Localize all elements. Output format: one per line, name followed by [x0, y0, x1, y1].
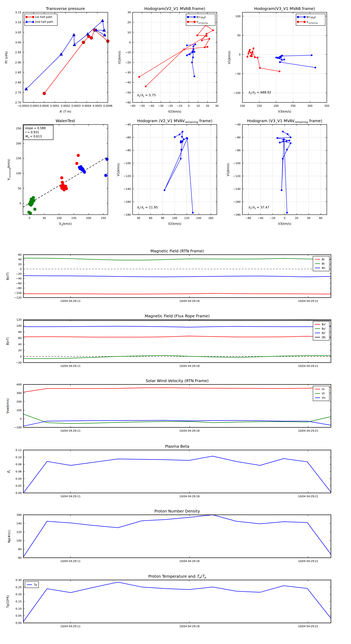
walen-test-fit-line — [23, 157, 108, 207]
transverse-pressure-xtick-label: 0.0000 — [39, 104, 49, 107]
magnetic-field-rtn-axes: 10/04 04:29:1110/04 04:29:1610/04 04:29:… — [14, 253, 331, 302]
proton-number-density-series-Np — [23, 515, 331, 557]
circle-marker — [275, 56, 277, 58]
circle-marker — [191, 62, 193, 63]
hodogram-v2v1-mvab-grid — [133, 12, 217, 102]
magnetic-field-flux-rope-ytick-label: −20 — [16, 361, 22, 364]
circle-marker — [194, 21, 196, 23]
circle-marker — [180, 149, 182, 150]
circle-marker — [253, 48, 255, 49]
walen-test-ytick-label: 150 — [16, 157, 21, 160]
hodogram-v2v1-mvav-annotation: λ1/λ2 ≈ 11.95 — [137, 206, 158, 210]
transverse-pressure-xlabel: A' (T·m) — [60, 110, 71, 114]
magnetic-field-rtn-ytick-label: 40 — [18, 258, 22, 261]
magnetic-field-rtn-title: Magnetic Field (RTN Frame) — [150, 248, 204, 253]
walen-test-xtick-label: 250 — [101, 216, 106, 220]
solar-wind-velocity-series-Vr — [23, 387, 331, 392]
circle-marker — [282, 131, 284, 132]
walen-test-stats-line: MA = 0.613 — [25, 135, 42, 138]
circle-marker — [82, 41, 85, 44]
circle-marker — [75, 162, 78, 165]
walen-test-title: WalenTest — [55, 118, 75, 123]
proton-number-density-xtick-label: 10/04 04:29:16 — [179, 560, 200, 562]
magnetic-field-flux-rope-legend-label: |B| — [322, 336, 326, 339]
circle-marker — [248, 52, 249, 54]
magnetic-field-rtn-ytick-label: 20 — [18, 263, 22, 266]
hodogram-v2v1-mvav-xtick-label: 160 — [208, 216, 213, 220]
circle-marker — [290, 142, 292, 144]
proton-number-density-axes: 10/04 04:29:1110/04 04:29:1610/04 04:29:… — [16, 513, 331, 562]
hodogram-v2v1-mvav-ytick-label: −120 — [123, 174, 131, 178]
transverse-pressure-legend-label: 1st half path — [35, 16, 52, 18]
triangle-marker — [73, 43, 76, 46]
solar-wind-velocity-series-Vt — [23, 414, 331, 424]
proton-number-density-ytick-label: 60 — [18, 556, 22, 559]
circle-marker — [61, 181, 64, 184]
circle-marker — [281, 58, 282, 60]
circle-marker — [29, 212, 32, 215]
solar-wind-velocity-series-Vn — [23, 420, 331, 426]
walen-test-xtick-label: 50 — [43, 216, 46, 220]
hodogram-v3v1-mvav-series-path — [277, 131, 292, 214]
circle-marker — [247, 56, 248, 58]
magnetic-field-flux-rope-ytick-label: 100 — [16, 324, 22, 327]
magnetic-field-rtn-ytick-label: −80 — [16, 286, 22, 290]
circle-marker — [182, 140, 184, 142]
circle-marker — [286, 140, 287, 142]
hodogram-v2v1-mvav-ytick-label: −100 — [123, 162, 131, 165]
walen-test-xtick-label: 200 — [86, 216, 91, 220]
magnetic-field-rtn-xtick-label: 10/04 04:29:21 — [298, 299, 318, 302]
circle-marker — [304, 16, 306, 18]
circle-marker — [83, 170, 86, 174]
hodogram-v2v1-mvav-xtick-label: 120 — [184, 216, 189, 220]
circle-marker — [257, 56, 258, 58]
plasma-beta-ylabel: βp — [7, 470, 11, 473]
hodogram-v2v1-mvab-ytick-label: −30 — [125, 71, 131, 74]
hodogram-v3v1-mvav-xtick-label: 60 — [319, 216, 322, 220]
circle-marker — [193, 48, 194, 50]
circle-marker — [249, 49, 251, 51]
circle-marker — [79, 165, 82, 168]
circle-marker — [281, 189, 283, 191]
circle-marker — [186, 44, 188, 46]
transverse-pressure-xtick-label: −0.0001 — [28, 104, 39, 107]
hodogram-v2v1-mvab-xtick-label: −20 — [167, 104, 173, 107]
hodogram-v2v1-mvab-xtick-label: −40 — [149, 104, 154, 107]
solar-wind-velocity-xtick-label: 10/04 04:29:16 — [179, 429, 200, 432]
circle-marker — [180, 142, 182, 144]
solar-wind-velocity-ytick-label: 300 — [16, 392, 22, 394]
hodogram-v3v1-mvab-xtick-label: 300 — [308, 104, 313, 107]
hodogram-v2v1-mvav-ytick-label: −180 — [123, 213, 131, 216]
magnetic-field-flux-rope-series-B-magnitude — [23, 320, 331, 321]
transverse-pressure-xtick-label: −0.0002 — [17, 104, 29, 107]
circle-marker — [32, 16, 34, 18]
solar-wind-velocity-xtick-label: 10/04 04:29:21 — [298, 429, 318, 432]
walen-test-ytick-label: 0 — [19, 202, 21, 205]
magnetic-field-flux-rope: 10/04 04:29:1110/04 04:29:1610/04 04:29:… — [6, 314, 331, 368]
transverse-pressure-ytick-label: 3.10 — [15, 21, 21, 24]
circle-marker — [186, 138, 188, 139]
hodogram-v3v1-mvav-ytick-label: −60 — [235, 136, 241, 139]
proton-number-density-ytick-label: 80 — [18, 548, 22, 551]
walen-test-series-cluster-mid — [60, 154, 80, 192]
transverse-pressure: −0.0002−0.00010.00000.00010.00020.00030.… — [5, 6, 112, 114]
hodogram-v3v1-mvav-title: Hodogram (V3_V1 MVAVremaining frame) — [247, 118, 322, 124]
solar-wind-velocity-legend: VrVtVn — [313, 386, 329, 401]
magnetic-field-rtn-ytick-label: −40 — [16, 277, 22, 280]
transverse-pressure-xtick-label: 0.0003 — [71, 104, 80, 107]
triangle-marker — [86, 32, 89, 35]
magnetic-field-flux-rope-ytick-label: 60 — [18, 336, 22, 340]
hodogram-v2v1-mvav-ytick-label: −60 — [125, 136, 131, 139]
magnetic-field-flux-rope-legend-label: Bz' — [322, 331, 326, 334]
magnetic-field-flux-rope-ytick-label: 120 — [16, 318, 22, 321]
hodogram-v3v1-mvab: 100150200250300350−100−50050100Hodogram(… — [228, 6, 329, 114]
solar-wind-velocity-legend-label: Vt — [322, 392, 325, 395]
circle-marker — [180, 158, 182, 160]
plasma-beta: 10/04 04:29:1110/04 04:29:1610/04 04:29:… — [7, 444, 331, 498]
hodogram-v3v1-mvav-xlabel: V3(km/s) — [278, 222, 291, 226]
transverse-pressure-xtick-label: 0.0001 — [50, 104, 59, 107]
circle-marker — [164, 189, 165, 191]
circle-marker — [251, 54, 253, 56]
hodogram-v2v1-mvab-ytick-label: 10 — [127, 31, 131, 34]
walen-test-xtick-label: 150 — [71, 216, 76, 220]
